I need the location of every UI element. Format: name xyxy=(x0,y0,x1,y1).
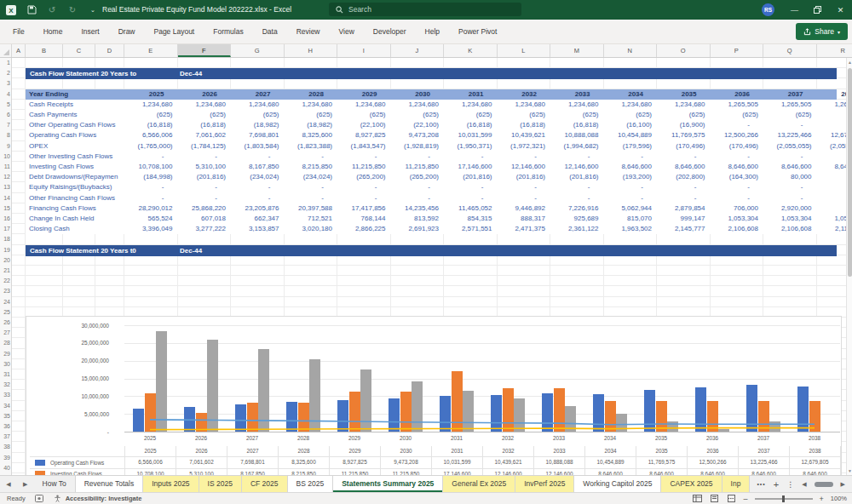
cell[interactable]: 2,866,225 xyxy=(337,224,391,234)
cell[interactable]: 1,265,505 xyxy=(711,100,764,110)
cell[interactable]: 3,396,049 xyxy=(124,224,178,234)
sheet-scroll-right-icon[interactable]: ▶ xyxy=(17,476,34,492)
cell[interactable]: (1,950,371) xyxy=(444,141,498,152)
cell[interactable]: - xyxy=(657,193,711,203)
cell[interactable]: 17,146,600 xyxy=(444,162,498,172)
cell[interactable]: (16,818) xyxy=(444,120,498,130)
cell[interactable]: 10,439,621 xyxy=(498,130,551,140)
cell[interactable]: 3,277,222 xyxy=(178,224,232,234)
cell[interactable]: (1,994,682) xyxy=(550,141,604,152)
row-number-5[interactable]: 5 xyxy=(0,101,10,107)
zoom-slider-thumb[interactable] xyxy=(782,495,785,502)
cell[interactable]: (201,816) xyxy=(498,172,551,182)
cell[interactable]: - xyxy=(391,193,445,203)
table-row[interactable]: Operating Cash Flows6,566,0067,061,6027,… xyxy=(26,130,846,140)
cell[interactable]: (625) xyxy=(124,110,178,120)
cell[interactable]: (201,816) xyxy=(444,172,498,182)
cell[interactable]: (1,928,819) xyxy=(391,141,445,152)
cell[interactable]: 25,868,220 xyxy=(178,203,232,214)
sheet-list-button[interactable]: ••• xyxy=(757,481,765,487)
column-header-I[interactable]: I xyxy=(337,44,391,57)
row-number-6[interactable]: 6 xyxy=(0,112,10,117)
cell[interactable]: 1,963,502 xyxy=(604,224,658,234)
cell[interactable]: 565,524 xyxy=(124,214,178,224)
table-row[interactable]: Financing Cash Flows28,290,01225,868,220… xyxy=(26,203,846,214)
cell[interactable]: (16,900) xyxy=(657,120,711,130)
cell[interactable]: (18,982) xyxy=(231,120,285,130)
cell[interactable]: - xyxy=(711,120,764,130)
row-label[interactable]: Operating Cash Flows xyxy=(29,130,124,140)
redo-icon[interactable]: ↻ xyxy=(66,4,78,16)
column-header-J[interactable]: J xyxy=(391,44,445,57)
ribbon-tab-view[interactable]: View xyxy=(330,20,364,44)
cell[interactable]: - xyxy=(178,182,232,192)
cell[interactable]: 662,347 xyxy=(231,214,285,224)
column-header-N[interactable]: N xyxy=(604,44,658,57)
qat-customize-chevron-icon[interactable]: ⌄ xyxy=(87,4,99,16)
cell[interactable]: - xyxy=(498,152,551,162)
column-header-E[interactable]: E xyxy=(124,44,178,57)
cell[interactable]: 2,106,608 xyxy=(763,224,817,234)
ribbon-tab-page-layout[interactable]: Page Layout xyxy=(145,20,204,44)
cell[interactable]: (164,300) xyxy=(711,172,764,182)
row-number-25[interactable]: 25 xyxy=(0,309,10,315)
row-number-30[interactable]: 30 xyxy=(0,361,10,367)
cell[interactable]: - xyxy=(817,203,847,214)
ribbon-tab-formulas[interactable]: Formulas xyxy=(204,20,252,44)
cell[interactable]: 8,646,600 xyxy=(604,162,658,172)
cell[interactable]: (625) xyxy=(550,110,604,120)
cell[interactable]: 815,070 xyxy=(604,214,658,224)
cell[interactable]: - xyxy=(285,182,338,192)
cell[interactable]: - xyxy=(231,182,285,192)
cell[interactable]: (201,816) xyxy=(550,172,604,182)
cell[interactable]: (625) xyxy=(178,110,232,120)
cell[interactable]: (202,800) xyxy=(657,172,711,182)
ribbon-tab-power-pivot[interactable]: Power Pivot xyxy=(449,20,506,44)
year-header-2026[interactable]: 2026 xyxy=(178,89,232,100)
cell[interactable]: 12,146,600 xyxy=(550,162,604,172)
year-header-2025[interactable]: 2025 xyxy=(124,89,178,100)
cell[interactable]: - xyxy=(231,193,285,203)
cell[interactable]: 7,226,916 xyxy=(550,203,604,214)
cell[interactable]: - xyxy=(550,193,604,203)
table-row[interactable]: Cash Payments(625)(625)(625)(625)(625)(6… xyxy=(26,110,846,120)
cell[interactable]: (16,818) xyxy=(178,120,232,130)
cell[interactable]: 1,265,505 xyxy=(763,100,817,110)
ribbon-tab-developer[interactable]: Developer xyxy=(364,20,416,44)
table-row[interactable]: Other Operating Cash Flows(16,818)(16,81… xyxy=(26,120,846,130)
row-number-7[interactable]: 7 xyxy=(0,122,10,128)
cell[interactable]: 1,234,680 xyxy=(498,100,551,110)
cell[interactable]: (265,200) xyxy=(337,172,391,182)
cell[interactable]: - xyxy=(763,182,817,192)
cell[interactable]: - xyxy=(817,120,847,130)
row-label[interactable]: Closing Cash xyxy=(29,224,124,234)
cell[interactable]: 5,062,944 xyxy=(604,203,658,214)
cell[interactable]: 2,691,923 xyxy=(391,224,445,234)
sheet-tab-inputs-2025[interactable]: Inputs 2025 xyxy=(143,476,199,492)
row-number-13[interactable]: 13 xyxy=(0,184,10,190)
cell[interactable]: (16,100) xyxy=(604,120,658,130)
row-label[interactable]: Debt Drawdowns/(Repaymen xyxy=(29,172,124,182)
cell[interactable]: (1,765,000) xyxy=(124,141,178,152)
cell[interactable]: - xyxy=(124,193,178,203)
ribbon-tab-home[interactable]: Home xyxy=(34,20,72,44)
cell[interactable]: - xyxy=(817,193,847,203)
row-number-24[interactable]: 24 xyxy=(0,299,10,305)
sheet-tab-capex-2025[interactable]: CAPEX 2025 xyxy=(661,476,722,492)
cell[interactable]: (193,200) xyxy=(604,172,658,182)
cell[interactable]: 23,205,876 xyxy=(231,203,285,214)
cell[interactable]: - xyxy=(763,152,817,162)
year-header-2034[interactable]: 2034 xyxy=(604,89,658,100)
ribbon-tab-review[interactable]: Review xyxy=(287,20,330,44)
cell[interactable]: 1,056,499 xyxy=(817,214,847,224)
zoom-slider[interactable] xyxy=(755,498,813,500)
cell[interactable]: 1,265,505 xyxy=(817,100,847,110)
year-header-2035[interactable]: 2035 xyxy=(657,89,711,100)
cell[interactable]: - xyxy=(498,182,551,192)
row-number-11[interactable]: 11 xyxy=(0,163,10,169)
row-number-21[interactable]: 21 xyxy=(0,267,10,273)
table-row[interactable]: Other Financing Cash Flows-------------- xyxy=(26,193,846,203)
cell[interactable]: 1,053,304 xyxy=(711,214,764,224)
cell[interactable]: (16,818) xyxy=(550,120,604,130)
cell[interactable]: (625) xyxy=(498,110,551,120)
